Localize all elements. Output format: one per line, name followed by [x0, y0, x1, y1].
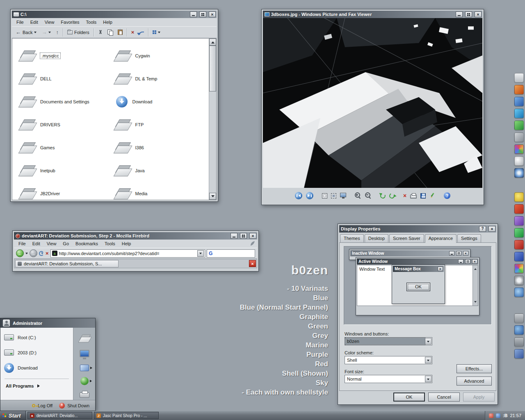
back-button[interactable] [16, 249, 24, 257]
close-tab-button[interactable] [249, 260, 256, 267]
menu-view[interactable]: View [41, 18, 58, 26]
slideshow-button[interactable] [340, 193, 346, 197]
folder-item[interactable]: DELL [19, 67, 114, 90]
maximize-button[interactable] [199, 11, 206, 17]
folder-item[interactable]: JB2Driver [19, 182, 114, 200]
tab-screen-saver[interactable]: Screen Saver [389, 234, 424, 242]
reload-button[interactable] [39, 251, 44, 256]
maximize-button[interactable] [240, 233, 247, 239]
app-shortcut-icon[interactable] [514, 132, 524, 142]
dropdown-button[interactable] [425, 338, 431, 345]
keyboard-layout-indicator[interactable]: :B [503, 413, 508, 418]
address-dropdown-button[interactable] [197, 250, 204, 257]
start-menu-item-root-c[interactable]: Root (C:) [0, 330, 73, 345]
address-bar[interactable]: a http://www.deviantart.com/submit/step2… [50, 249, 205, 258]
scroll-up-button[interactable] [209, 39, 216, 46]
menu-tools[interactable]: Tools [101, 240, 119, 247]
cancel-button[interactable]: Cancel [428, 393, 460, 402]
scrollbar-thumb[interactable] [209, 46, 216, 91]
folder-item[interactable]: Download [114, 90, 209, 113]
scroll-down-button[interactable] [209, 193, 216, 200]
windows-and-buttons-select[interactable]: b0zen [345, 337, 432, 345]
close-button[interactable] [475, 11, 482, 17]
next-image-button[interactable] [306, 192, 313, 199]
delete-button[interactable] [403, 193, 406, 199]
start-button[interactable]: Start [0, 411, 26, 420]
app-shortcut-icon[interactable] [514, 264, 524, 273]
menu-file[interactable]: File [15, 240, 29, 247]
help-button[interactable] [444, 192, 450, 199]
network-shortcut[interactable] [80, 365, 89, 371]
folders-button[interactable]: Folders [65, 28, 91, 37]
stop-button[interactable] [46, 250, 49, 256]
tray-icon[interactable] [489, 413, 493, 418]
start-menu-item-download[interactable]: Download [0, 360, 73, 375]
back-dropdown-icon[interactable] [25, 253, 28, 256]
dropdown-button[interactable] [425, 376, 431, 382]
tab-appearance[interactable]: Appearance [425, 234, 457, 243]
app-shortcut-icon[interactable] [514, 192, 524, 202]
folder-item[interactable]: FTP [114, 113, 209, 136]
app-shortcut-icon[interactable] [514, 252, 524, 261]
menu-go[interactable]: Go [59, 240, 72, 247]
advanced-button[interactable]: Advanced [457, 377, 492, 386]
previous-image-button[interactable] [295, 192, 302, 199]
rotate-right-button[interactable] [388, 192, 395, 199]
best-fit-button[interactable] [331, 193, 336, 199]
app-shortcut-icon[interactable] [514, 73, 524, 82]
folder-item[interactable]: I386 [114, 136, 209, 159]
start-menu-item-2003-d[interactable]: 2003 (D:) [0, 345, 73, 360]
up-button[interactable] [54, 28, 61, 37]
menu-file[interactable]: File [13, 18, 27, 26]
vertical-scrollbar[interactable] [209, 39, 216, 200]
app-shortcut-icon[interactable] [514, 144, 524, 154]
minimize-button[interactable] [231, 233, 237, 239]
google-search-input[interactable]: G [207, 249, 255, 258]
tray-icon[interactable] [496, 413, 500, 418]
close-button[interactable] [209, 11, 216, 17]
copy-button[interactable] [105, 28, 115, 37]
app-shortcut-icon[interactable] [514, 156, 524, 166]
app-shortcut-icon[interactable] [514, 121, 524, 130]
my-computer-shortcut[interactable] [80, 350, 89, 359]
menu-help[interactable]: Help [119, 240, 135, 247]
menu-edit[interactable]: Edit [29, 240, 43, 247]
shut-down-button[interactable]: Shut Down [59, 403, 89, 409]
run-shortcut[interactable] [80, 377, 89, 385]
app-shortcut-icon[interactable] [514, 109, 524, 118]
color-scheme-select[interactable]: Shell [345, 356, 432, 364]
log-off-button[interactable]: Log Off [32, 403, 52, 408]
app-shortcut-icon[interactable] [514, 168, 524, 178]
menu-edit[interactable]: Edit [27, 18, 41, 26]
folder-item[interactable]: .mysqlcc [19, 44, 114, 67]
app-shortcut-icon[interactable] [514, 228, 524, 237]
menu-view[interactable]: View [43, 240, 60, 247]
edit-button[interactable] [429, 193, 435, 199]
dropdown-button[interactable] [425, 357, 431, 363]
tab-themes[interactable]: Themes [340, 234, 364, 242]
zoom-out-button[interactable] [365, 192, 372, 199]
rotate-left-button[interactable] [379, 192, 386, 199]
my-documents-shortcut[interactable] [76, 333, 93, 344]
app-shortcut-icon[interactable] [514, 349, 524, 358]
browser-titlebar[interactable]: deviantART: Deviation Submission, Step 2… [14, 232, 257, 240]
app-shortcut-icon[interactable] [514, 85, 524, 94]
back-button[interactable]: Back [14, 28, 39, 37]
menu-bookmarks[interactable]: Bookmarks [72, 240, 101, 247]
menu-help[interactable]: Help [100, 18, 116, 26]
undo-button[interactable] [137, 28, 146, 37]
menu-favorites[interactable]: Favorites [57, 18, 82, 26]
delete-button[interactable] [129, 28, 137, 37]
folder-item[interactable]: Java [114, 159, 209, 182]
close-button[interactable] [488, 226, 495, 232]
save-button[interactable] [420, 193, 426, 199]
app-shortcut-icon[interactable] [514, 276, 524, 285]
address-text[interactable]: http://www.deviantart.com/submit/step2?d… [59, 251, 196, 256]
app-shortcut-icon[interactable] [514, 216, 524, 226]
all-programs-button[interactable]: All Programs [0, 381, 73, 391]
folder-item[interactable]: Cygwin [114, 44, 209, 67]
zoom-in-button[interactable] [355, 192, 361, 199]
font-size-select[interactable]: Normal [345, 375, 432, 383]
views-button[interactable] [151, 28, 162, 37]
minimize-button[interactable] [456, 11, 463, 17]
